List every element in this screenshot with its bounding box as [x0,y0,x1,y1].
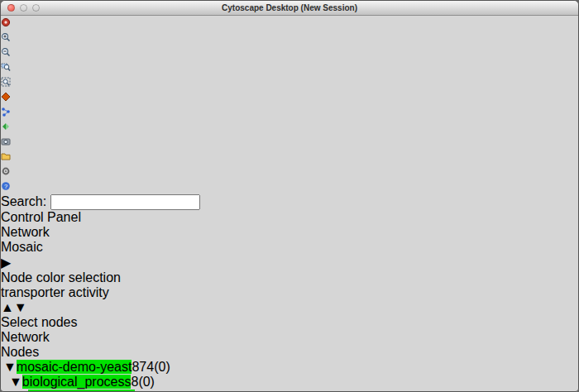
tab-scroll-right-button[interactable]: ▶ [1,255,578,270]
search-input[interactable] [50,194,200,210]
tree-header-network[interactable]: Network [1,330,578,345]
cytoscape-window: Cytoscape Desktop (New Session) ? Search… [0,0,579,392]
main-toolbar: ? Search: [1,16,578,210]
settings-button[interactable] [1,165,578,179]
overview-button[interactable] [1,16,578,31]
help-button[interactable]: ? [1,179,578,194]
node-color-select[interactable]: transporter activity ▲▼ [1,285,578,315]
tab-mosaic[interactable]: Mosaic [1,240,578,255]
control-panel-tabs: Network Mosaic ▶ [1,225,578,270]
layout-button[interactable] [1,120,578,135]
network-tree: ▼mosaic-demo-yeast874(0)▼biological_proc… [1,360,578,392]
tab-network[interactable]: Network [1,225,578,240]
zoom-fit-icon [1,77,11,87]
network-view-icon [1,107,11,117]
mosaic-panel: Node color selection transporter activit… [1,270,578,392]
select-nodes-row[interactable]: Select nodes [1,315,578,330]
zoom-out-icon [1,47,11,57]
select-nodes-label: Select nodes [1,315,578,330]
combo-dropdown-icon[interactable]: ▲▼ [1,300,578,315]
minimize-button[interactable] [20,4,27,12]
zoom-selected-icon [1,62,11,72]
tree-row[interactable]: ▼mosaic-demo-yeast874(0) [1,360,578,375]
network-view-button[interactable] [1,105,578,120]
layout-icon [1,122,11,131]
graphics-details-icon [1,92,11,102]
overview-icon [1,17,11,27]
node-color-select-value: transporter activity [1,285,578,300]
zoom-in-button[interactable] [1,31,578,45]
svg-text:?: ? [4,183,7,190]
window-title: Cytoscape Desktop (New Session) [1,1,578,15]
zoom-selected-button[interactable] [1,60,578,75]
tree-row[interactable]: ▼biological_process8(0) [1,375,578,390]
node-color-selection-label: Node color selection [1,270,578,285]
search-label: Search: [1,194,46,208]
tree-label: biological_process [22,375,132,389]
window-titlebar: Cytoscape Desktop (New Session) [1,1,578,16]
control-panel-titlebar: Control Panel [1,210,578,225]
zoom-fit-button[interactable] [1,75,578,90]
zoom-in-icon [1,32,11,42]
tree-count: 874(0) [132,360,170,374]
gear-icon [1,166,11,176]
tree-expander-icon[interactable]: ▼ [9,375,22,389]
graphics-details-button[interactable] [1,90,578,105]
control-panel-title: Control Panel [1,210,81,224]
folder-icon [1,151,11,161]
snapshot-button[interactable] [1,135,578,150]
control-panel: Control Panel Network Mosaic ▶ Node colo… [1,210,578,392]
tree-header: Network Nodes [1,330,578,360]
tree-header-nodes[interactable]: Nodes [1,345,578,360]
import-button[interactable] [1,150,578,165]
tree-count: 8(0) [131,375,154,389]
zoom-window-button[interactable] [32,4,40,12]
tree-expander-icon[interactable]: ▼ [3,360,17,374]
help-icon: ? [1,181,11,191]
zoom-out-button[interactable] [1,45,578,60]
tree-label: mosaic-demo-yeast [17,360,132,374]
close-button[interactable] [7,4,15,12]
camera-icon [1,136,11,146]
